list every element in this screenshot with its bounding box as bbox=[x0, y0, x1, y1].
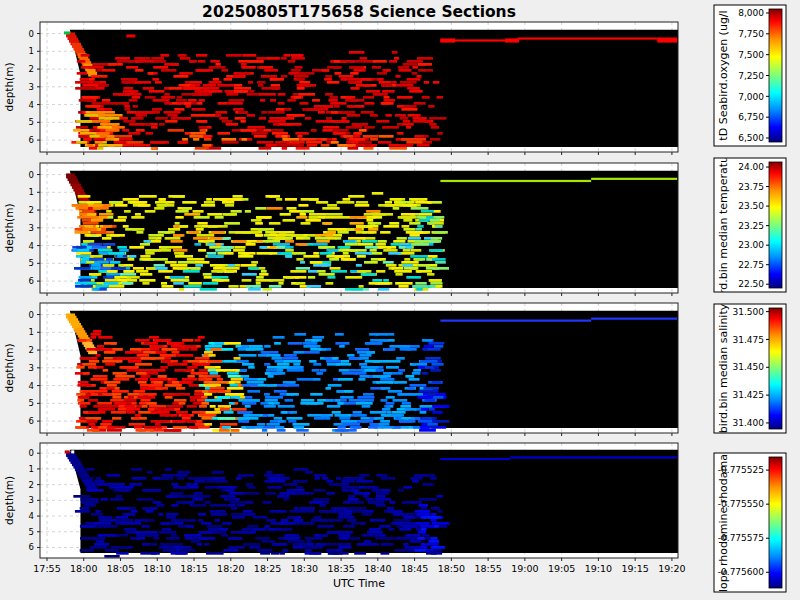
colorbar-tick-label: 7,000 bbox=[738, 92, 764, 102]
section-panel-temperature bbox=[66, 171, 678, 291]
colorbar-tick-label: 22.50 bbox=[738, 279, 764, 289]
y-tick-label: 0 bbox=[29, 29, 34, 39]
colorbar-gradient bbox=[769, 9, 782, 142]
colorbar-tick-label: 8,000 bbox=[738, 8, 764, 18]
y-tick-label: 6 bbox=[29, 542, 34, 552]
y-tick-label: 5 bbox=[29, 398, 34, 408]
y-tick-label: 0 bbox=[29, 448, 34, 458]
y-axis-label: depth(m) bbox=[3, 204, 15, 253]
y-tick-label: 6 bbox=[29, 276, 34, 286]
x-tick-label: 18:00 bbox=[70, 563, 97, 574]
x-tick-label: 18:35 bbox=[327, 563, 354, 574]
y-tick-label: 3 bbox=[29, 223, 34, 233]
y-axis-label: depth(m) bbox=[3, 63, 15, 112]
colorbar-tick-label: 23.00 bbox=[738, 240, 764, 250]
x-tick-label: 19:10 bbox=[585, 563, 612, 574]
colorbar-tick-label: 23.25 bbox=[738, 221, 764, 231]
colorbar-label: tD Seabird.oxygen (ug/l bbox=[717, 10, 730, 140]
colorbar-oxygen: 8,0007,7507,5007,2507,0006,7506,500tD Se… bbox=[714, 5, 786, 146]
data-mask bbox=[70, 30, 678, 147]
y-axis-label: depth(m) bbox=[3, 476, 15, 525]
colorbar-tick-label: 7,750 bbox=[738, 29, 764, 39]
y-tick-label: 0 bbox=[29, 170, 34, 180]
x-tick-label: 18:30 bbox=[291, 563, 318, 574]
y-tick-label: 6 bbox=[29, 416, 34, 426]
figure-title: 20250805T175658 Science Sections bbox=[202, 3, 516, 21]
colorbar-gradient bbox=[769, 162, 782, 288]
x-tick-label: 18:50 bbox=[438, 563, 465, 574]
y-tick-label: 6 bbox=[29, 135, 34, 145]
x-tick-label: 19:00 bbox=[511, 563, 538, 574]
colorbar-tick-label: 22.75 bbox=[738, 260, 764, 270]
colorbar-tick-label: 6,500 bbox=[738, 133, 764, 143]
y-axis-label: depth(m) bbox=[3, 344, 15, 393]
y-tick-label: 3 bbox=[29, 82, 34, 92]
colorbar-rhodamine: -0.775525-0.775550-0.775575-0.775600clop… bbox=[714, 447, 786, 598]
colorbar-tick-label: 6,750 bbox=[738, 112, 764, 122]
plot-canvas: 20250805T175658 Science Sections0123456d… bbox=[0, 0, 800, 600]
colorbar-temperature: 24.0023.7523.5023.2523.0022.7522.50rd.bi… bbox=[714, 156, 786, 294]
y-tick-label: 5 bbox=[29, 258, 34, 268]
x-tick-label: 18:45 bbox=[401, 563, 428, 574]
x-tick-label: 18:40 bbox=[364, 563, 391, 574]
colorbar-label: rd.bin median temperatu bbox=[717, 156, 730, 294]
x-tick-label: 19:05 bbox=[548, 563, 575, 574]
y-tick-label: 4 bbox=[29, 381, 34, 391]
y-tick-label: 1 bbox=[29, 327, 34, 337]
y-tick-label: 2 bbox=[29, 345, 34, 355]
colorbar-tick-label: 31.425 bbox=[733, 390, 765, 400]
x-tick-label: 18:05 bbox=[107, 563, 134, 574]
colorbar-tick-label: 31.400 bbox=[733, 418, 765, 428]
section-panel-oxygen bbox=[64, 30, 678, 150]
colorbar-tick-label: 24.00 bbox=[738, 162, 764, 172]
colorbar-label: bird.bin median salinity bbox=[717, 303, 730, 433]
colorbar-tick-label: 31.500 bbox=[733, 307, 765, 317]
colorbar-tick-label: 23.50 bbox=[738, 201, 764, 211]
science-sections-figure: 20250805T175658 Science Sections0123456d… bbox=[0, 0, 800, 600]
y-tick-label: 3 bbox=[29, 363, 34, 373]
colorbar-tick-label: 31.450 bbox=[733, 362, 765, 372]
x-tick-label: 18:55 bbox=[474, 563, 501, 574]
x-tick-label: 19:20 bbox=[658, 563, 685, 574]
colorbar-gradient bbox=[769, 457, 782, 588]
colorbar-tick-label: 23.75 bbox=[738, 182, 764, 192]
colorbar-tick-label: 7,500 bbox=[738, 50, 764, 60]
y-tick-label: 2 bbox=[29, 205, 34, 215]
y-tick-label: 0 bbox=[29, 310, 34, 320]
x-tick-label: 18:15 bbox=[180, 563, 207, 574]
colorbar-tick-label: 31.475 bbox=[733, 335, 765, 345]
colorbar-tick-label: 7,250 bbox=[738, 71, 764, 81]
y-tick-label: 1 bbox=[29, 464, 34, 474]
x-tick-label: 18:10 bbox=[144, 563, 171, 574]
y-tick-label: 5 bbox=[29, 527, 34, 537]
y-tick-label: 2 bbox=[29, 480, 34, 490]
x-axis-label: UTC Time bbox=[333, 577, 385, 590]
y-tick-label: 3 bbox=[29, 495, 34, 505]
y-tick-label: 4 bbox=[29, 511, 34, 521]
y-tick-label: 4 bbox=[29, 100, 34, 110]
x-tick-label: 17:55 bbox=[33, 563, 60, 574]
y-tick-label: 5 bbox=[29, 117, 34, 127]
x-tick-label: 19:15 bbox=[621, 563, 648, 574]
y-tick-label: 1 bbox=[29, 46, 34, 56]
y-tick-label: 2 bbox=[29, 64, 34, 74]
section-panel-rhodamine bbox=[65, 450, 678, 558]
x-tick-label: 18:20 bbox=[217, 563, 244, 574]
colorbar-salinity: 31.50031.47531.45031.42531.400bird.bin m… bbox=[714, 303, 786, 433]
y-tick-label: 1 bbox=[29, 187, 34, 197]
x-tick-label: 18:25 bbox=[254, 563, 281, 574]
section-panel-salinity bbox=[66, 311, 678, 432]
colorbar-gradient bbox=[769, 308, 782, 429]
y-tick-label: 4 bbox=[29, 241, 34, 251]
colorbar-label: clops rhodamine.rhodamab bbox=[717, 447, 730, 598]
